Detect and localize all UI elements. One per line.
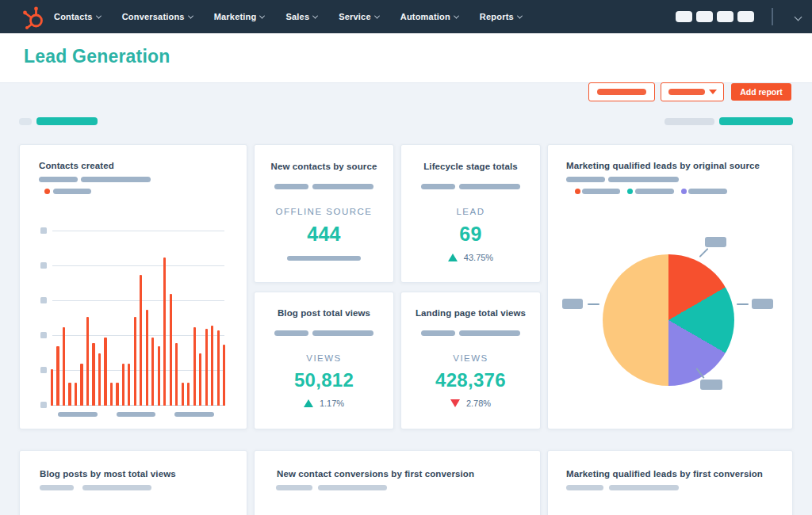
- bar: [122, 364, 124, 406]
- chevron-down-icon: [96, 13, 102, 18]
- nav-item-label: Sales: [285, 12, 309, 21]
- pie-callout-line: [588, 303, 599, 305]
- y-tick-placeholder: [40, 367, 47, 373]
- card-blog-post-total-views: Blog post total views VIEWS 50,812 1.17%: [254, 292, 394, 429]
- legend-dot-teal: [627, 189, 633, 194]
- bar: [217, 330, 220, 406]
- chevron-down-icon: [259, 13, 265, 18]
- bar: [98, 353, 101, 406]
- legend-dot-red: [575, 189, 580, 194]
- subtitle-placeholder: [608, 177, 679, 182]
- subtitle-placeholder: [421, 184, 455, 189]
- bar: [92, 343, 94, 406]
- add-report-button[interactable]: Add report: [731, 83, 791, 101]
- card-title: Blog posts by most total views: [40, 469, 176, 479]
- range-control-placeholder[interactable]: [719, 117, 793, 125]
- bar: [68, 383, 71, 406]
- stat-label: OFFLINE SOURCE: [276, 207, 373, 216]
- filter-label-placeholder: [19, 118, 32, 125]
- dropdown-arrow-icon: [709, 90, 717, 94]
- delta-up-icon: [448, 254, 458, 261]
- dashboard-action-button-1[interactable]: [588, 82, 655, 101]
- button-label-placeholder: [668, 89, 705, 95]
- card-title: Marketing qualified leads by original so…: [566, 161, 760, 170]
- pie-callout-placeholder: [562, 299, 583, 309]
- nav-item-label: Automation: [400, 12, 450, 21]
- legend-label-placeholder: [688, 189, 727, 194]
- card-title: Lifecycle stage totals: [423, 162, 518, 171]
- stat-label: VIEWS: [306, 353, 342, 363]
- bar: [163, 258, 166, 406]
- bar: [199, 353, 201, 406]
- nav-toolbar-icon-4[interactable]: [737, 11, 754, 22]
- bar: [140, 275, 142, 406]
- account-chevron-down-icon[interactable]: [795, 13, 802, 21]
- subtitle-placeholder: [274, 184, 308, 189]
- card-mql-by-original-source: Marketing qualified leads by original so…: [547, 144, 793, 429]
- nav-item-label: Conversations: [122, 12, 185, 21]
- pie-chart: [603, 254, 734, 386]
- bar: [104, 338, 106, 406]
- subtitle-placeholder: [566, 485, 603, 490]
- subtitle-placeholder: [421, 330, 455, 336]
- bar: [63, 327, 65, 406]
- x-tick-placeholder: [58, 412, 98, 417]
- stat-label: VIEWS: [453, 353, 488, 363]
- card-new-contact-conversions: New contact conversions by first convers…: [254, 450, 541, 515]
- subtitle-placeholder: [276, 485, 312, 490]
- subtitle-placeholder: [609, 485, 679, 490]
- y-tick-placeholder: [40, 402, 47, 408]
- page-header: Lead Generation Add report: [0, 33, 812, 83]
- stat-value: 444: [307, 223, 341, 246]
- nav-toolbar-icon-3[interactable]: [717, 11, 733, 22]
- subtitle-placeholder: [312, 184, 373, 189]
- nav-item-conversations[interactable]: Conversations: [122, 12, 193, 21]
- chevron-down-icon: [517, 13, 523, 18]
- chevron-down-icon: [312, 13, 318, 18]
- bar: [187, 383, 190, 406]
- bar: [146, 310, 148, 406]
- nav-item-marketing[interactable]: Marketing: [214, 12, 265, 21]
- subtitle-placeholder: [40, 485, 74, 490]
- subtitle-placeholder: [459, 184, 520, 189]
- bar: [128, 364, 130, 406]
- pie-callout-placeholder: [700, 380, 722, 390]
- bar: [51, 369, 53, 406]
- bar: [223, 345, 225, 406]
- stat-value: 50,812: [294, 369, 354, 391]
- page-title: Lead Generation: [24, 46, 170, 67]
- delta-value: 1.17%: [320, 399, 344, 408]
- dashboard-dropdown-button[interactable]: [661, 82, 724, 101]
- bar: [158, 346, 160, 406]
- bar: [193, 327, 196, 406]
- bar: [56, 346, 59, 406]
- nav-item-label: Service: [339, 12, 371, 21]
- bar: [211, 326, 213, 406]
- nav-item-reports[interactable]: Reports: [480, 12, 522, 21]
- stat-label: LEAD: [456, 207, 485, 216]
- stat-value: 69: [459, 223, 481, 246]
- nav-item-service[interactable]: Service: [339, 12, 379, 21]
- button-label-placeholder: [597, 89, 646, 95]
- legend-label-placeholder: [635, 189, 674, 194]
- card-title: Marketing qualified leads by first conve…: [566, 469, 763, 479]
- pie-callout-placeholder: [705, 237, 726, 247]
- nav-toolbar-icon-2[interactable]: [696, 11, 713, 22]
- card-title: Blog post total views: [278, 308, 370, 318]
- delta-value: 43.75%: [464, 253, 493, 262]
- nav-toolbar-icon-1[interactable]: [676, 11, 692, 22]
- hubspot-logo-icon[interactable]: [21, 4, 48, 31]
- bar: [80, 364, 82, 406]
- bar: [116, 383, 118, 406]
- bar-chart: [20, 145, 248, 430]
- bar: [175, 343, 178, 406]
- filter-control-placeholder[interactable]: [36, 117, 98, 125]
- y-tick-placeholder: [40, 332, 47, 338]
- nav-item-label: Reports: [480, 12, 514, 21]
- bar-chart-bars: [51, 255, 224, 406]
- nav-item-contacts[interactable]: Contacts: [54, 12, 101, 21]
- nav-item-automation[interactable]: Automation: [400, 12, 458, 21]
- nav-item-sales[interactable]: Sales: [285, 12, 317, 21]
- y-tick-placeholder: [40, 262, 47, 269]
- subtitle-placeholder: [318, 485, 387, 490]
